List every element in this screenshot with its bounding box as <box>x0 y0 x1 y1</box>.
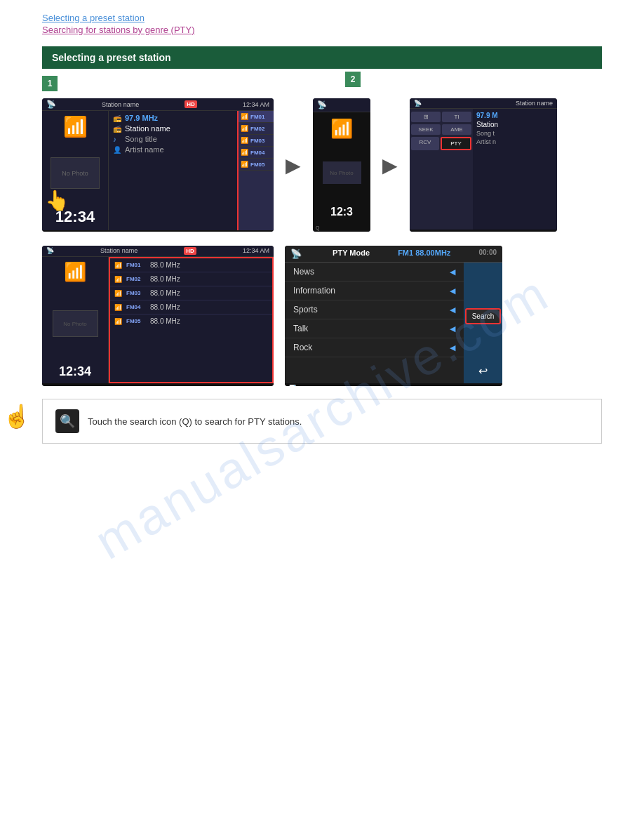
pls-item-4[interactable]: 📶 FM04 88.0 MHz <box>110 300 272 315</box>
pty-sports[interactable]: Sports ◀ <box>285 300 464 319</box>
info-text: Touch the search icon (Q) to search for … <box>88 416 302 427</box>
content-area: 📡 Station name HD 12:34 AM 📶 No Photo 12… <box>0 98 644 444</box>
right-amfm[interactable]: AM/FM <box>442 231 458 232</box>
pls-bottom-bar: Q CH▼ CH▲ AM/FM <box>42 383 274 386</box>
header-link1[interactable]: Selecting a preset station <box>42 13 602 23</box>
artist-icon: 👤 <box>113 146 121 154</box>
pls-hd-badge: HD <box>184 247 196 255</box>
rs-right-menu: ⊞ TI SEEK AME RCV PTY <box>410 109 473 230</box>
pls-wifi-5: 📶 <box>114 318 122 325</box>
narrow-nophoto: No Photo <box>323 161 361 184</box>
pls-wifi-icon: 📶 <box>64 261 86 283</box>
rs-right-freq: 97.9 M <box>476 112 554 119</box>
narrow-body: 📶 No Photo 12:3 <box>313 112 370 224</box>
pls-body: 📶 No Photo 12:34 📶 FM01 88.0 MHz 📶 FM02 … <box>42 257 274 383</box>
header-links: Selecting a preset station Searching for… <box>0 0 644 38</box>
pls-item-5[interactable]: 📶 FM05 88.0 MHz <box>110 315 272 328</box>
screenshots-row1: 📡 Station name HD 12:34 AM 📶 No Photo 12… <box>42 98 602 232</box>
pty-news[interactable]: News ◀ <box>285 263 464 282</box>
pty-info-arrow: ◀ <box>450 286 455 296</box>
right-antenna: 📡 <box>414 100 422 107</box>
menu-row2: SEEK AME <box>411 124 471 135</box>
pls-wifi-2: 📶 <box>114 276 122 283</box>
radio-screen-main: 📡 Station name HD 12:34 AM 📶 No Photo 12… <box>42 98 274 232</box>
preset-wifi-3: 📶 <box>241 137 248 144</box>
arrow-icon-2: ▶ <box>382 154 398 177</box>
right-ch-up[interactable]: CH▲ <box>427 231 439 232</box>
pls-preset-2: FM02 <box>126 276 146 282</box>
pty-talk[interactable]: Talk ◀ <box>285 319 464 338</box>
btn-ame[interactable]: AME <box>442 124 471 135</box>
preset-wifi-5: 📶 <box>241 161 248 168</box>
header-link2[interactable]: Searching for stations by genre (PTY) <box>42 25 602 35</box>
btn-pty[interactable]: PTY <box>441 137 471 150</box>
pty-rock-arrow: ◀ <box>450 343 455 352</box>
pls-header: 📡 Station name HD 12:34 AM <box>42 246 274 257</box>
btn-grid[interactable]: ⊞ <box>411 112 441 122</box>
preset-item-2[interactable]: 📶 FM02 <box>239 123 274 135</box>
pls-wifi-3: 📶 <box>114 290 122 297</box>
arrow-between-1: ▶ <box>285 154 302 177</box>
pty-news-arrow: ◀ <box>450 267 455 277</box>
preset-item-3[interactable]: 📶 FM03 <box>239 135 274 147</box>
pls-q[interactable]: Q <box>45 385 49 386</box>
freq-icon: 📻 <box>113 114 121 122</box>
pty-back-btn[interactable]: ↩ <box>478 364 488 378</box>
narrow-wifi: 📶 <box>330 118 353 140</box>
pls-ch-down[interactable]: CH▼ <box>55 385 68 386</box>
pls-amfm[interactable]: AM/FM <box>93 385 112 386</box>
pls-item-3[interactable]: 📶 FM03 88.0 MHz <box>110 286 272 300</box>
rs-body: 📶 No Photo 12:34 📻 97.9 MHz 📻 Station na… <box>42 111 274 230</box>
preset-item-5[interactable]: 📶 FM05 <box>239 159 274 171</box>
pty-sports-arrow: ◀ <box>450 305 455 315</box>
rs-no-photo: No Photo <box>51 157 100 189</box>
pls-preset-3: FM03 <box>126 290 146 296</box>
preset-label-5: FM05 <box>250 161 264 168</box>
screenshots-row2: 📡 Station name HD 12:34 AM 📶 No Photo 12… <box>42 246 602 386</box>
pls-no-photo: No Photo <box>53 310 98 337</box>
pty-list: News ◀ Information ◀ Sports ◀ Talk ◀ <box>285 263 464 383</box>
pty-search-button[interactable]: Search <box>465 308 502 324</box>
btn-ti[interactable]: TI <box>442 112 471 122</box>
menu-row1: ⊞ TI <box>411 112 471 122</box>
preset-wifi-2: 📶 <box>241 125 248 132</box>
pty-talk-arrow: ◀ <box>450 324 455 333</box>
pty-news-label: News <box>293 267 314 277</box>
station-name-header: Station name <box>102 101 139 108</box>
rs-song: ♪ Song title <box>113 135 233 143</box>
preset-item-1[interactable]: 📶 FM01 <box>239 111 274 123</box>
narrow-antenna: 📡 <box>317 100 327 109</box>
song-icon: ♪ <box>113 135 121 143</box>
song-value: Song title <box>125 135 157 143</box>
pls-station-name: Station name <box>100 247 137 255</box>
pty-rock[interactable]: Rock ◀ <box>285 338 464 357</box>
btn-rcv[interactable]: RCV <box>411 137 439 150</box>
hand-overlay: 👆 <box>45 189 69 212</box>
rs-right-body: ⊞ TI SEEK AME RCV PTY 97.9 M Station <box>410 109 557 230</box>
pls-freq-1: 88.0 MHz <box>150 261 180 269</box>
rs-right-station: Station <box>476 121 554 128</box>
rs-main-info: 📻 97.9 MHz 📻 Station name ♪ Song title 👤… <box>109 111 237 230</box>
btn-seek[interactable]: SEEK <box>411 124 441 135</box>
pty-info[interactable]: Information ◀ <box>285 282 464 300</box>
pls-ch-up[interactable]: CH▲ <box>74 385 88 386</box>
station-icon: 📻 <box>113 125 121 133</box>
right-ch-down[interactable]: CH▼ <box>412 231 424 232</box>
preset-label-1: FM01 <box>250 114 264 120</box>
preset-list-screen: 📡 Station name HD 12:34 AM 📶 No Photo 12… <box>42 246 274 386</box>
pty-sports-label: Sports <box>293 305 318 315</box>
rs-right-info: 97.9 M Station Song t Artist n <box>473 109 557 230</box>
rs-header: 📡 Station name HD 12:34 AM <box>42 98 274 111</box>
preset-label-3: FM03 <box>250 138 264 144</box>
pls-item-1[interactable]: 📶 FM01 88.0 MHz <box>110 258 272 272</box>
narrow-bottom: Q <box>313 224 370 232</box>
pls-item-2[interactable]: 📶 FM02 88.0 MHz <box>110 272 272 286</box>
step1-number: 1 <box>48 79 53 88</box>
preset-item-4[interactable]: 📶 FM04 <box>239 147 274 159</box>
station-value: Station name <box>125 124 170 133</box>
pls-time: 12:34 AM <box>243 247 269 255</box>
rs-right-header: 📡 Station name <box>410 98 557 109</box>
section1-heading-bar: Selecting a preset station <box>42 46 602 69</box>
pls-freq-3: 88.0 MHz <box>150 289 180 297</box>
hd-badge: HD <box>185 100 197 108</box>
